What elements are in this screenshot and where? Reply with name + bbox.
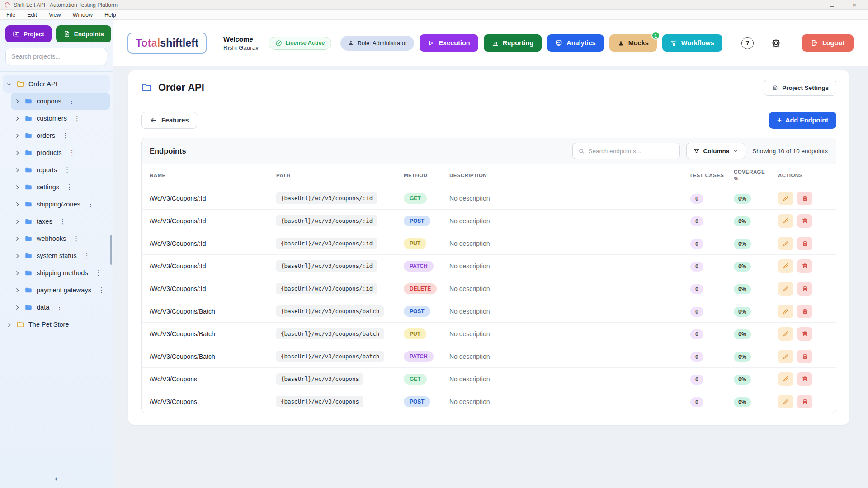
minimize-button[interactable] xyxy=(807,2,812,8)
delete-endpoint-button[interactable] xyxy=(797,350,812,363)
tree-item-taxes[interactable]: taxes⋮ xyxy=(11,213,110,230)
search-projects-input[interactable] xyxy=(5,48,107,65)
kebab-menu-icon[interactable]: ⋮ xyxy=(95,269,102,277)
folder-icon xyxy=(24,114,33,122)
kebab-menu-icon[interactable]: ⋮ xyxy=(69,149,75,157)
chevron-right-icon[interactable] xyxy=(14,219,20,225)
kebab-menu-icon[interactable]: ⋮ xyxy=(56,303,63,311)
chevron-right-icon[interactable] xyxy=(14,287,20,293)
kebab-menu-icon[interactable]: ⋮ xyxy=(98,286,105,294)
logout-button[interactable]: Logout xyxy=(802,34,854,52)
edit-endpoint-button[interactable] xyxy=(778,192,793,205)
edit-endpoint-button[interactable] xyxy=(778,214,793,228)
add-endpoint-button[interactable]: + Add Endpoint xyxy=(769,112,836,129)
tree-item-webhooks[interactable]: webhooks⋮ xyxy=(11,230,110,247)
coverage-badge: 0% xyxy=(734,216,751,226)
kebab-menu-icon[interactable]: ⋮ xyxy=(62,131,69,140)
columns-button[interactable]: Columns xyxy=(686,143,745,159)
tree-item-reports[interactable]: reports⋮ xyxy=(11,161,110,178)
chevron-right-icon[interactable] xyxy=(14,202,20,207)
method-badge: POST xyxy=(404,306,430,317)
chevron-right-icon[interactable] xyxy=(14,253,20,259)
kebab-menu-icon[interactable]: ⋮ xyxy=(64,166,71,174)
project-settings-button[interactable]: Project Settings xyxy=(764,80,836,96)
kebab-menu-icon[interactable]: ⋮ xyxy=(68,97,75,105)
maximize-button[interactable] xyxy=(829,2,835,8)
menu-file[interactable]: File xyxy=(6,12,15,18)
col-test-cases: TEST CASES xyxy=(689,172,726,179)
reporting-button[interactable]: Reporting xyxy=(484,34,542,52)
analytics-button[interactable]: Analytics xyxy=(547,34,604,52)
edit-endpoint-button[interactable] xyxy=(778,305,793,318)
chevron-down-icon[interactable] xyxy=(6,81,12,87)
sidebar-collapse-button[interactable] xyxy=(0,469,113,488)
kebab-menu-icon[interactable]: ⋮ xyxy=(73,235,80,243)
folder-icon xyxy=(24,303,33,311)
execution-button[interactable]: Execution xyxy=(420,34,478,52)
edit-endpoint-button[interactable] xyxy=(778,372,793,386)
tree-item-label: system status xyxy=(37,252,77,259)
chevron-right-icon[interactable] xyxy=(14,99,20,104)
test-cases-badge: 0 xyxy=(690,194,703,204)
workflows-button[interactable]: Workflows xyxy=(662,34,722,52)
chevron-right-icon[interactable] xyxy=(14,167,20,173)
edit-endpoint-button[interactable] xyxy=(778,327,793,341)
tree-item-coupons[interactable]: coupons⋮ xyxy=(11,93,110,110)
settings-gear-button[interactable] xyxy=(771,38,781,48)
kebab-menu-icon[interactable]: ⋮ xyxy=(84,252,90,260)
tree-item-system-status[interactable]: system status⋮ xyxy=(11,247,110,264)
delete-endpoint-button[interactable] xyxy=(797,282,812,296)
play-icon xyxy=(428,40,434,47)
menu-edit[interactable]: Edit xyxy=(27,12,37,18)
delete-endpoint-button[interactable] xyxy=(797,395,812,408)
method-badge: GET xyxy=(404,374,427,385)
edit-endpoint-button[interactable] xyxy=(778,237,793,250)
edit-endpoint-button[interactable] xyxy=(778,395,793,408)
menu-window[interactable]: Window xyxy=(73,12,93,18)
tree-item-products[interactable]: products⋮ xyxy=(11,144,110,161)
sidebar-scrollbar-thumb[interactable] xyxy=(110,235,112,265)
chevron-right-icon[interactable] xyxy=(14,133,20,139)
delete-endpoint-button[interactable] xyxy=(797,305,812,318)
tree-item-customers[interactable]: customers⋮ xyxy=(11,110,110,127)
mocks-button[interactable]: Mocks 1 xyxy=(609,34,657,52)
delete-endpoint-button[interactable] xyxy=(797,327,812,341)
edit-endpoint-button[interactable] xyxy=(778,282,793,296)
chevron-right-icon[interactable] xyxy=(14,150,20,156)
tree-item-settings[interactable]: settings⋮ xyxy=(11,178,110,196)
license-status-badge: License Active xyxy=(269,37,331,50)
chevron-right-icon[interactable] xyxy=(14,270,20,276)
tree-item-shipping-methods[interactable]: shipping methods⋮ xyxy=(11,264,110,282)
delete-endpoint-button[interactable] xyxy=(797,372,812,386)
kebab-menu-icon[interactable]: ⋮ xyxy=(59,217,66,225)
menu-help[interactable]: Help xyxy=(104,12,116,18)
tree-item-shipping-zones[interactable]: shipping/zones⋮ xyxy=(11,196,110,213)
search-endpoints-input[interactable] xyxy=(589,148,674,155)
edit-endpoint-button[interactable] xyxy=(778,259,793,273)
kebab-menu-icon[interactable]: ⋮ xyxy=(66,183,73,191)
tree-item-payment-gateways[interactable]: payment gateways⋮ xyxy=(11,282,110,299)
close-button[interactable]: × xyxy=(852,2,857,8)
tree-item-order-api[interactable]: Order API xyxy=(3,75,110,93)
delete-endpoint-button[interactable] xyxy=(797,237,812,250)
chevron-right-icon[interactable] xyxy=(6,322,12,328)
tree-item-orders[interactable]: orders⋮ xyxy=(11,127,110,144)
chevron-right-icon[interactable] xyxy=(14,184,20,190)
chevron-right-icon[interactable] xyxy=(14,236,20,242)
back-to-features-button[interactable]: Features xyxy=(141,112,197,129)
delete-endpoint-button[interactable] xyxy=(797,259,812,273)
menu-view[interactable]: View xyxy=(49,12,61,18)
chevron-right-icon[interactable] xyxy=(14,116,20,122)
chevron-right-icon[interactable] xyxy=(14,305,20,310)
table-row: /Wc/V3/Coupons{baseUrl}/wc/v3/couponsPOS… xyxy=(142,390,836,413)
kebab-menu-icon[interactable]: ⋮ xyxy=(87,200,94,208)
tree-item-the-pet-store[interactable]: The Pet Store xyxy=(3,316,110,333)
new-endpoints-button[interactable]: Endpoints xyxy=(56,25,111,42)
kebab-menu-icon[interactable]: ⋮ xyxy=(74,114,80,122)
help-button[interactable]: ? xyxy=(741,37,754,49)
new-project-button[interactable]: Project xyxy=(5,25,52,42)
edit-endpoint-button[interactable] xyxy=(778,350,793,363)
tree-item-data[interactable]: data⋮ xyxy=(11,299,110,316)
delete-endpoint-button[interactable] xyxy=(797,192,812,205)
delete-endpoint-button[interactable] xyxy=(797,214,812,228)
